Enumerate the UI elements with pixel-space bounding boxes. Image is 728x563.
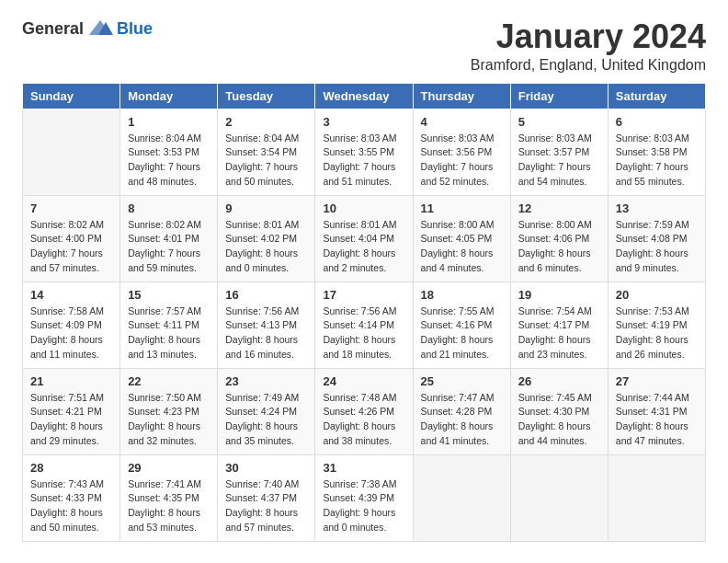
day-number: 19 — [518, 288, 600, 302]
day-number: 24 — [323, 374, 404, 388]
day-number: 21 — [30, 374, 112, 388]
day-info: Sunrise: 8:03 AM Sunset: 3:55 PM Dayligh… — [323, 132, 404, 190]
day-header-saturday: Saturday — [608, 83, 705, 109]
day-number: 8 — [128, 201, 210, 215]
day-number: 10 — [323, 201, 404, 215]
calendar-cell: 14Sunrise: 7:58 AM Sunset: 4:09 PM Dayli… — [23, 282, 120, 368]
day-number: 13 — [616, 201, 698, 215]
calendar-cell — [510, 454, 608, 541]
calendar-week-row: 1Sunrise: 8:04 AM Sunset: 3:53 PM Daylig… — [23, 109, 706, 195]
day-number: 4 — [421, 115, 503, 129]
calendar-week-row: 21Sunrise: 7:51 AM Sunset: 4:21 PM Dayli… — [23, 368, 706, 454]
month-year: January 2024 — [471, 18, 706, 55]
calendar-cell: 21Sunrise: 7:51 AM Sunset: 4:21 PM Dayli… — [23, 368, 120, 454]
day-info: Sunrise: 8:01 AM Sunset: 4:04 PM Dayligh… — [323, 218, 404, 276]
day-number: 25 — [421, 374, 503, 388]
day-info: Sunrise: 7:58 AM Sunset: 4:09 PM Dayligh… — [30, 304, 112, 362]
logo-general: General — [22, 19, 84, 39]
calendar-cell: 16Sunrise: 7:56 AM Sunset: 4:13 PM Dayli… — [218, 282, 315, 368]
day-info: Sunrise: 8:00 AM Sunset: 4:05 PM Dayligh… — [421, 218, 503, 276]
calendar-cell: 15Sunrise: 7:57 AM Sunset: 4:11 PM Dayli… — [120, 282, 218, 368]
day-number: 3 — [323, 115, 404, 129]
calendar-cell: 26Sunrise: 7:45 AM Sunset: 4:30 PM Dayli… — [510, 368, 608, 454]
day-number: 2 — [225, 115, 307, 129]
day-number: 28 — [30, 461, 112, 475]
calendar-cell: 13Sunrise: 7:59 AM Sunset: 4:08 PM Dayli… — [608, 195, 705, 282]
day-info: Sunrise: 7:59 AM Sunset: 4:08 PM Dayligh… — [616, 218, 698, 276]
day-info: Sunrise: 7:49 AM Sunset: 4:24 PM Dayligh… — [225, 391, 307, 449]
day-header-tuesday: Tuesday — [218, 83, 315, 109]
day-number: 20 — [616, 288, 698, 302]
day-number: 17 — [323, 288, 404, 302]
day-info: Sunrise: 7:53 AM Sunset: 4:19 PM Dayligh… — [616, 304, 698, 362]
day-number: 11 — [421, 201, 503, 215]
logo: General Blue — [22, 18, 153, 39]
calendar-cell: 20Sunrise: 7:53 AM Sunset: 4:19 PM Dayli… — [608, 282, 705, 368]
day-info: Sunrise: 8:03 AM Sunset: 3:58 PM Dayligh… — [616, 132, 698, 190]
day-number: 16 — [225, 288, 307, 302]
day-info: Sunrise: 7:54 AM Sunset: 4:17 PM Dayligh… — [518, 304, 600, 362]
day-info: Sunrise: 7:56 AM Sunset: 4:13 PM Dayligh… — [225, 304, 307, 362]
calendar-cell: 8Sunrise: 8:02 AM Sunset: 4:01 PM Daylig… — [120, 195, 218, 282]
day-number: 14 — [30, 288, 112, 302]
logo-blue: Blue — [117, 19, 153, 38]
calendar-table: SundayMondayTuesdayWednesdayThursdayFrid… — [22, 83, 706, 542]
day-header-wednesday: Wednesday — [315, 83, 413, 109]
calendar-cell: 27Sunrise: 7:44 AM Sunset: 4:31 PM Dayli… — [608, 368, 705, 454]
day-number: 31 — [323, 461, 404, 475]
day-header-sunday: Sunday — [23, 83, 120, 109]
day-info: Sunrise: 7:48 AM Sunset: 4:26 PM Dayligh… — [323, 391, 404, 449]
day-number: 30 — [225, 461, 307, 475]
day-info: Sunrise: 7:57 AM Sunset: 4:11 PM Dayligh… — [128, 304, 210, 362]
calendar-week-row: 7Sunrise: 8:02 AM Sunset: 4:00 PM Daylig… — [23, 195, 706, 282]
day-info: Sunrise: 8:00 AM Sunset: 4:06 PM Dayligh… — [518, 218, 600, 276]
day-info: Sunrise: 7:44 AM Sunset: 4:31 PM Dayligh… — [616, 391, 698, 449]
day-info: Sunrise: 8:02 AM Sunset: 4:01 PM Dayligh… — [128, 218, 210, 276]
day-number: 18 — [421, 288, 503, 302]
day-info: Sunrise: 8:04 AM Sunset: 3:54 PM Dayligh… — [225, 132, 307, 190]
calendar-cell: 31Sunrise: 7:38 AM Sunset: 4:39 PM Dayli… — [315, 454, 413, 541]
day-info: Sunrise: 7:55 AM Sunset: 4:16 PM Dayligh… — [421, 304, 503, 362]
day-number: 5 — [518, 115, 600, 129]
day-info: Sunrise: 7:40 AM Sunset: 4:37 PM Dayligh… — [225, 477, 307, 535]
day-info: Sunrise: 7:50 AM Sunset: 4:23 PM Dayligh… — [128, 391, 210, 449]
calendar-cell — [413, 454, 510, 541]
day-number: 9 — [225, 201, 307, 215]
day-number: 26 — [518, 374, 600, 388]
day-info: Sunrise: 7:47 AM Sunset: 4:28 PM Dayligh… — [421, 391, 503, 449]
calendar-cell: 3Sunrise: 8:03 AM Sunset: 3:55 PM Daylig… — [315, 109, 413, 195]
calendar-cell: 19Sunrise: 7:54 AM Sunset: 4:17 PM Dayli… — [510, 282, 608, 368]
calendar-cell: 5Sunrise: 8:03 AM Sunset: 3:57 PM Daylig… — [510, 109, 608, 195]
calendar-cell: 17Sunrise: 7:56 AM Sunset: 4:14 PM Dayli… — [315, 282, 413, 368]
calendar-cell: 11Sunrise: 8:00 AM Sunset: 4:05 PM Dayli… — [413, 195, 510, 282]
day-info: Sunrise: 8:04 AM Sunset: 3:53 PM Dayligh… — [128, 132, 210, 190]
day-number: 29 — [128, 461, 210, 475]
day-info: Sunrise: 7:38 AM Sunset: 4:39 PM Dayligh… — [323, 477, 404, 535]
day-info: Sunrise: 8:01 AM Sunset: 4:02 PM Dayligh… — [225, 218, 307, 276]
calendar-cell: 7Sunrise: 8:02 AM Sunset: 4:00 PM Daylig… — [23, 195, 120, 282]
day-number: 15 — [128, 288, 210, 302]
calendar-cell: 10Sunrise: 8:01 AM Sunset: 4:04 PM Dayli… — [315, 195, 413, 282]
day-info: Sunrise: 7:51 AM Sunset: 4:21 PM Dayligh… — [30, 391, 112, 449]
day-number: 7 — [30, 201, 112, 215]
calendar-cell: 18Sunrise: 7:55 AM Sunset: 4:16 PM Dayli… — [413, 282, 510, 368]
calendar-cell: 24Sunrise: 7:48 AM Sunset: 4:26 PM Dayli… — [315, 368, 413, 454]
calendar-cell: 4Sunrise: 8:03 AM Sunset: 3:56 PM Daylig… — [413, 109, 510, 195]
logo-icon — [87, 18, 113, 39]
day-header-monday: Monday — [120, 83, 218, 109]
day-number: 12 — [518, 201, 600, 215]
calendar-cell — [608, 454, 705, 541]
calendar-cell: 9Sunrise: 8:01 AM Sunset: 4:02 PM Daylig… — [218, 195, 315, 282]
day-number: 6 — [616, 115, 698, 129]
calendar-cell: 30Sunrise: 7:40 AM Sunset: 4:37 PM Dayli… — [218, 454, 315, 541]
day-number: 22 — [128, 374, 210, 388]
calendar-cell: 6Sunrise: 8:03 AM Sunset: 3:58 PM Daylig… — [608, 109, 705, 195]
day-number: 27 — [616, 374, 698, 388]
calendar-header-row: SundayMondayTuesdayWednesdayThursdayFrid… — [23, 83, 706, 109]
location: Bramford, England, United Kingdom — [471, 57, 706, 74]
calendar-cell: 23Sunrise: 7:49 AM Sunset: 4:24 PM Dayli… — [218, 368, 315, 454]
day-info: Sunrise: 8:03 AM Sunset: 3:57 PM Dayligh… — [518, 132, 600, 190]
title-area: January 2024 Bramford, England, United K… — [471, 18, 706, 74]
calendar-cell: 1Sunrise: 8:04 AM Sunset: 3:53 PM Daylig… — [120, 109, 218, 195]
calendar-week-row: 28Sunrise: 7:43 AM Sunset: 4:33 PM Dayli… — [23, 454, 706, 541]
